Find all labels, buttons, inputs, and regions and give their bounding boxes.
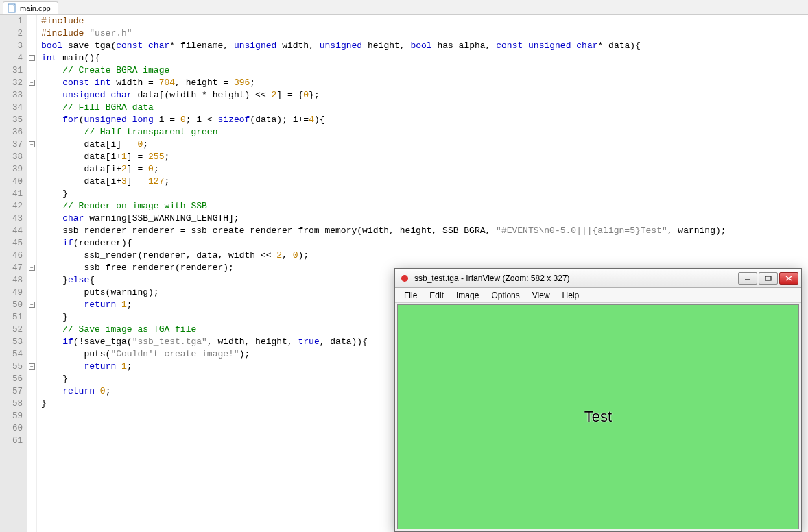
code-line: #include "user.h" bbox=[41, 27, 804, 40]
menu-edit[interactable]: Edit bbox=[423, 289, 450, 302]
line-gutter: 1234313233343536373839404142434445464748… bbox=[0, 15, 27, 532]
fold-gutter: +−−−−− bbox=[27, 15, 37, 532]
menu-file[interactable]: File bbox=[398, 289, 423, 302]
code-line: int main(){ bbox=[41, 52, 804, 64]
svg-rect-5 bbox=[404, 279, 405, 282]
tab-label: main.cpp bbox=[20, 4, 51, 12]
maximize-button[interactable] bbox=[759, 272, 778, 285]
svg-rect-7 bbox=[765, 276, 771, 280]
code-line: ssb_render(renderer, data, width << 2, 0… bbox=[41, 250, 804, 262]
irfanview-icon bbox=[399, 273, 410, 284]
fold-toggle[interactable]: − bbox=[29, 363, 35, 370]
code-line: const int width = 704, height = 396; bbox=[41, 77, 804, 89]
window-title: ssb_test.tga - IrfanView (Zoom: 582 x 32… bbox=[414, 274, 737, 283]
tab-main-cpp[interactable]: main.cpp bbox=[3, 1, 58, 14]
code-line: } bbox=[41, 188, 804, 200]
image-canvas[interactable]: Test bbox=[397, 304, 799, 529]
code-line: // Render on image with SSB bbox=[41, 200, 804, 213]
code-line: char warning[SSB_WARNING_LENGTH]; bbox=[41, 213, 804, 225]
code-line: // Fill BGRA data bbox=[41, 101, 804, 114]
svg-rect-3 bbox=[401, 278, 404, 279]
code-line: for(unsigned long i = 0; i < sizeof(data… bbox=[41, 114, 804, 126]
image-viewer-window: ssb_test.tga - IrfanView (Zoom: 582 x 32… bbox=[394, 268, 802, 532]
tab-bar: main.cpp bbox=[0, 0, 808, 15]
menu-image[interactable]: Image bbox=[450, 289, 485, 302]
menu-view[interactable]: View bbox=[526, 289, 556, 302]
code-line: bool save_tga(const char* filename, unsi… bbox=[41, 40, 804, 52]
menu-help[interactable]: Help bbox=[556, 289, 586, 302]
close-button[interactable] bbox=[779, 272, 798, 285]
menu-bar: FileEditImageOptionsViewHelp bbox=[395, 288, 801, 303]
fold-toggle[interactable]: − bbox=[29, 302, 35, 308]
menu-options[interactable]: Options bbox=[485, 289, 525, 302]
code-line: data[i+3] = 127; bbox=[41, 176, 804, 188]
window-buttons bbox=[737, 272, 798, 285]
cpp-file-icon bbox=[8, 3, 17, 13]
window-titlebar[interactable]: ssb_test.tga - IrfanView (Zoom: 582 x 32… bbox=[395, 269, 801, 288]
fold-toggle[interactable]: − bbox=[29, 265, 35, 271]
code-line: ssb_renderer renderer = ssb_create_rende… bbox=[41, 225, 804, 237]
code-line: // Half transparent green bbox=[41, 126, 804, 138]
code-line: if(renderer){ bbox=[41, 237, 804, 250]
code-line: // Create BGRA image bbox=[41, 64, 804, 77]
code-line: data[i+2] = 0; bbox=[41, 163, 804, 176]
fold-toggle[interactable]: − bbox=[29, 80, 35, 86]
fold-toggle[interactable]: − bbox=[29, 141, 35, 147]
code-line: #include bbox=[41, 15, 804, 27]
svg-rect-2 bbox=[404, 275, 405, 278]
minimize-button[interactable] bbox=[738, 272, 757, 285]
canvas-text: Test bbox=[584, 408, 612, 426]
fold-toggle[interactable]: + bbox=[29, 55, 35, 61]
code-line: unsigned char data[(width * height) << 2… bbox=[41, 89, 804, 101]
svg-rect-4 bbox=[405, 278, 408, 279]
code-line: data[i+1] = 255; bbox=[41, 151, 804, 163]
code-line: data[i] = 0; bbox=[41, 138, 804, 151]
